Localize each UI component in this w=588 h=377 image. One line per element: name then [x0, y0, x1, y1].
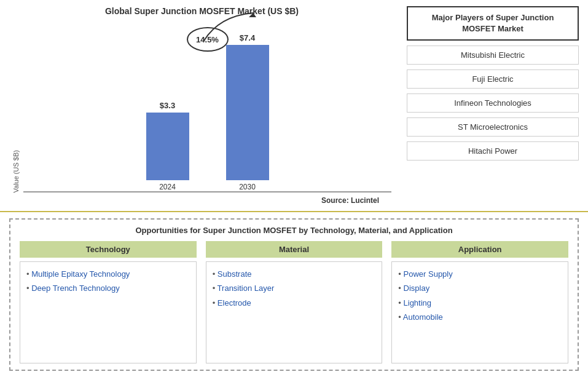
opportunities-box: Opportunities for Super Junction MOSFET …	[9, 218, 579, 371]
player-mitsubishi: Mitsubishi Electric	[407, 46, 579, 65]
tech-item-0: Multiple Epitaxy Technology	[26, 267, 190, 281]
material-item-0: Substrate	[213, 267, 376, 281]
material-list: Substrate Transition Layer Electrode	[213, 267, 376, 310]
app-item-0: Power Supply	[398, 267, 562, 281]
player-fuji: Fuji Electric	[407, 69, 579, 89]
player-infineon: Infineon Technologies	[407, 93, 579, 113]
application-header: Application	[391, 241, 568, 258]
bar-value-2024: $3.3	[160, 101, 175, 110]
chart-body: Value (US $B) $3.3 2024 14.5%	[12, 21, 391, 192]
bottom-section: Opportunities for Super Junction MOSFET …	[0, 212, 588, 377]
application-column: Application Power Supply Display Lightin…	[391, 241, 568, 363]
bar-2030	[226, 45, 269, 180]
app-item-3: Automobile	[398, 310, 562, 324]
material-column: Material Substrate Transition Layer Elec…	[206, 241, 383, 363]
major-players-title: Major Players of Super Junction MOSFET M…	[407, 6, 579, 41]
player-hitachi: Hitachi Power	[407, 141, 579, 161]
app-item-2: Lighting	[398, 296, 562, 310]
material-item-2: Electrode	[213, 296, 376, 310]
columns-container: Technology Multiple Epitaxy Technology D…	[20, 241, 568, 363]
application-list: Power Supply Display Lighting Automobile	[398, 267, 562, 325]
technology-header: Technology	[20, 241, 197, 258]
app-item-1: Display	[398, 281, 562, 295]
x-axis-line	[23, 191, 391, 192]
bar-group-2024: $3.3 2024	[146, 101, 189, 191]
bar-label-2030: 2030	[239, 183, 256, 191]
top-section: Global Super Junction MOSFET Market (US …	[0, 0, 588, 212]
material-content: Substrate Transition Layer Electrode	[206, 261, 383, 363]
player-st: ST Microelectronics	[407, 117, 579, 137]
application-content: Power Supply Display Lighting Automobile	[391, 261, 568, 363]
technology-content: Multiple Epitaxy Technology Deep Trench …	[20, 261, 197, 363]
page: Global Super Junction MOSFET Market (US …	[0, 0, 588, 377]
y-axis-label: Value (US $B)	[12, 150, 20, 193]
technology-list: Multiple Epitaxy Technology Deep Trench …	[26, 267, 190, 296]
technology-column: Technology Multiple Epitaxy Technology D…	[20, 241, 197, 363]
bar-group-2030: $7.4 2030	[226, 33, 269, 191]
bar-2024	[146, 113, 189, 180]
material-item-1: Transition Layer	[213, 281, 376, 295]
opportunities-title: Opportunities for Super Junction MOSFET …	[20, 226, 568, 235]
bars-container: $3.3 2024 14.5%	[23, 21, 391, 191]
right-panel: Major Players of Super Junction MOSFET M…	[398, 0, 588, 211]
tech-item-1: Deep Trench Technology	[26, 281, 190, 295]
source-text: Source: Lucintel	[12, 196, 391, 205]
cagr-annotation: 14.5%	[187, 27, 229, 52]
chart-inner: $3.3 2024 14.5%	[23, 21, 391, 192]
bar-label-2024: 2024	[159, 183, 176, 191]
material-header: Material	[206, 241, 383, 258]
chart-area: Global Super Junction MOSFET Market (US …	[0, 0, 398, 211]
bar-value-2030: $7.4	[240, 33, 255, 42]
